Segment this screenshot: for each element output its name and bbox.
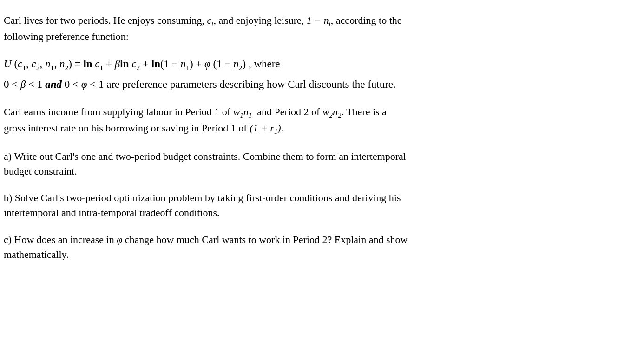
intro-text: Carl lives for two periods. He enjoys co…	[4, 13, 629, 44]
ct-variable: ct	[207, 14, 214, 26]
part-b-section: b) Solve Carl's two-period optimization …	[4, 190, 629, 220]
preference-params: 0 < β < 1 and 0 < φ < 1 are preference p…	[4, 77, 629, 92]
utility-equation: U (c1, c2, n1, n2) = ln c1 + βln c2 + ln…	[4, 56, 629, 73]
page-content: Carl lives for two periods. He enjoys co…	[4, 13, 629, 262]
rate-expr: (1 + r1)	[250, 122, 281, 134]
params-text: 0 < β < 1 and 0 < φ < 1 are preference p…	[4, 79, 396, 90]
part-c-text: c) How does an increase in φ change how …	[4, 232, 629, 262]
intro-section: Carl lives for two periods. He enjoys co…	[4, 13, 629, 44]
utility-section: U (c1, c2, n1, n2) = ln c1 + βln c2 + ln…	[4, 56, 629, 92]
part-c-section: c) How does an increase in φ change how …	[4, 232, 629, 262]
income-text: Carl earns income from supplying labour …	[4, 105, 629, 137]
leisure-expr: 1 − nt	[307, 14, 331, 26]
part-a-section: a) Write out Carl's one and two-period b…	[4, 149, 629, 179]
part-b-text: b) Solve Carl's two-period optimization …	[4, 190, 629, 220]
w1n1-expr: w1n1	[233, 106, 252, 118]
part-a-text: a) Write out Carl's one and two-period b…	[4, 149, 629, 179]
w2n2-expr: w2n2	[322, 106, 342, 118]
utility-lhs: U (c1, c2, n1, n2) = ln c1 + βln c2 + ln…	[4, 58, 280, 70]
income-section: Carl earns income from supplying labour …	[4, 105, 629, 137]
